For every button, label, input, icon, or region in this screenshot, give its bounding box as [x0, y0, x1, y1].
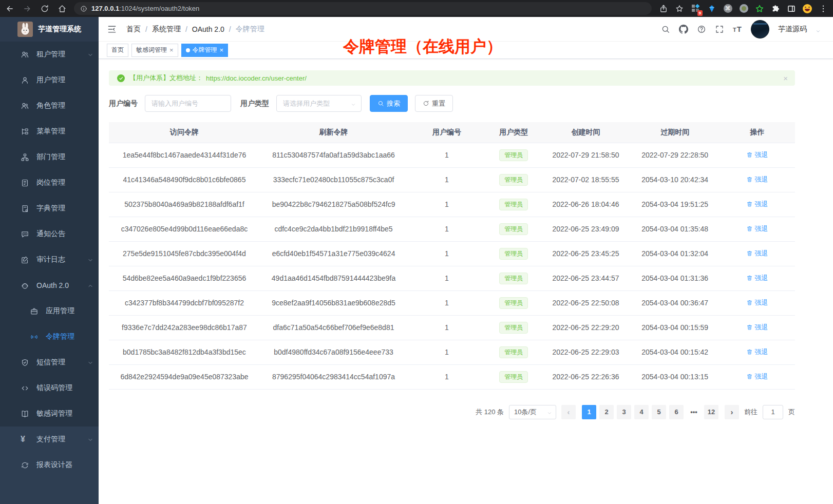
sidebar-item-label: 令牌管理 — [46, 332, 74, 341]
sidebar-item-10[interactable]: 应用管理 — [0, 298, 99, 324]
table-row: 275e5de9151045fe87cbdc395e004f4de6cfd40e… — [109, 241, 795, 266]
menu-dots-icon[interactable] — [819, 4, 828, 13]
emoji-icon[interactable] — [803, 4, 812, 13]
star-icon[interactable] — [675, 4, 684, 13]
created-time-cell: 2022-06-25 22:26:36 — [541, 364, 631, 389]
chevron-down-icon — [87, 359, 93, 365]
sidebar-item-16[interactable]: 报表设计器 — [0, 452, 99, 478]
force-logout-button[interactable]: 强退 — [746, 347, 768, 357]
sidebar-item-15[interactable]: ¥支付管理 — [0, 427, 99, 452]
page-size-select[interactable]: 10条/页 — [509, 405, 556, 419]
tab-2[interactable]: 令牌管理× — [181, 44, 229, 57]
user-id-input[interactable] — [145, 95, 231, 112]
user-type-cell: 管理员 — [486, 290, 541, 315]
created-time-cell: 2022-06-25 22:29:20 — [541, 315, 631, 340]
forward-icon[interactable] — [23, 4, 32, 13]
sidebar-item-label: 字典管理 — [36, 204, 65, 213]
force-logout-button[interactable]: 强退 — [746, 224, 768, 234]
record-icon[interactable] — [739, 4, 748, 13]
page-button-5[interactable]: 5 — [652, 405, 666, 419]
command-icon[interactable]: ⌘ — [723, 4, 732, 13]
force-logout-button[interactable]: 强退 — [746, 323, 768, 332]
home-icon[interactable] — [58, 4, 67, 13]
sidebar-item-2[interactable]: 角色管理 — [0, 93, 99, 119]
search-button[interactable]: 搜索 — [370, 95, 408, 112]
puzzle-icon[interactable] — [771, 4, 780, 13]
alert-doc-link[interactable]: https://doc.iocoder.cn/user-center/ — [206, 74, 307, 82]
gem-icon[interactable] — [707, 4, 716, 13]
back-icon[interactable] — [5, 4, 14, 13]
refresh-token-cell: b0df4980ffd34c67a08f9156e4eee733 — [260, 340, 407, 364]
sidebar-item-5[interactable]: 岗位管理 — [0, 170, 99, 196]
tab-close-icon[interactable]: × — [169, 47, 174, 53]
star-green-icon[interactable] — [755, 4, 764, 13]
table-row: c342377bf8b344799dcbf7bf095287f29ce8ef2a… — [109, 290, 795, 315]
sidebar-item-14[interactable]: 敏感词管理 — [0, 401, 99, 427]
page-unit-label: 页 — [788, 408, 795, 417]
help-icon[interactable] — [697, 25, 706, 34]
sidebar-item-13[interactable]: 错误码管理 — [0, 375, 99, 401]
avatar[interactable] — [751, 20, 769, 38]
refresh-token-cell: e6cfd40eb1f54571a31e775e039c4624 — [260, 241, 407, 266]
extension-grid-icon[interactable]: 9 — [691, 4, 701, 13]
app-logo-row[interactable]: 芋道管理系统 — [0, 17, 99, 42]
page-button-12[interactable]: 12 — [704, 405, 718, 419]
page-button-4[interactable]: 4 — [634, 405, 649, 419]
force-logout-button[interactable]: 强退 — [746, 150, 768, 160]
user-type-cell: 管理员 — [486, 315, 541, 340]
github-icon[interactable] — [679, 25, 688, 34]
fullscreen-icon[interactable] — [715, 25, 724, 34]
breadcrumb-item-0[interactable]: 首页 — [126, 25, 141, 34]
share-icon[interactable] — [659, 4, 668, 13]
sidebar-item-7[interactable]: 通知公告 — [0, 221, 99, 247]
page-button-3[interactable]: 3 — [617, 405, 631, 419]
search-icon[interactable] — [661, 25, 670, 34]
font-size-icon[interactable]: TT — [733, 25, 742, 34]
alert-close-icon[interactable]: × — [783, 74, 788, 83]
sidebar-item-1[interactable]: 用户管理 — [0, 67, 99, 93]
user-name[interactable]: 芋道源码 — [778, 25, 807, 34]
page-ellipsis[interactable]: ••• — [687, 405, 701, 419]
prev-page-button[interactable]: ‹ — [561, 405, 576, 419]
tab-0[interactable]: 首页 — [107, 44, 128, 57]
sidebar-item-9[interactable]: OAuth 2.0 — [0, 273, 99, 298]
sidebar-item-11[interactable]: 令牌管理 — [0, 324, 99, 350]
reset-button[interactable]: 重置 — [415, 95, 453, 112]
site-info-icon[interactable] — [80, 5, 87, 12]
force-logout-button[interactable]: 强退 — [746, 372, 768, 381]
sidebar-item-8[interactable]: 审计日志 — [0, 247, 99, 273]
sidebar-item-4[interactable]: 部门管理 — [0, 144, 99, 170]
audit-log-icon — [21, 256, 29, 264]
sidebar-item-0[interactable]: 租户管理 — [0, 42, 99, 67]
tab-1[interactable]: 敏感词管理× — [131, 44, 178, 57]
sidebar-item-3[interactable]: 菜单管理 — [0, 119, 99, 144]
action-cell: 强退 — [720, 143, 795, 167]
address-bar[interactable]: 127.0.0.1:1024/system/oauth2/token — [74, 2, 652, 15]
force-logout-button[interactable]: 强退 — [746, 200, 768, 209]
sidebar-item-12[interactable]: 短信管理 — [0, 350, 99, 375]
action-cell: 强退 — [720, 192, 795, 217]
tab-close-icon[interactable]: × — [220, 47, 224, 53]
sidebar-item-6[interactable]: 字典管理 — [0, 196, 99, 221]
page-button-2[interactable]: 2 — [599, 405, 614, 419]
next-page-button[interactable]: › — [725, 405, 739, 419]
force-logout-button[interactable]: 强退 — [746, 249, 768, 258]
page-body: 【用户体系】文档地址： https://doc.iocoder.cn/user-… — [99, 59, 795, 419]
reload-icon[interactable] — [40, 4, 49, 13]
sidebar-collapse-icon[interactable] — [107, 24, 117, 34]
breadcrumb-item-1[interactable]: 系统管理 — [152, 25, 181, 34]
force-logout-button[interactable]: 强退 — [746, 274, 768, 283]
sidebar-toggle-icon[interactable] — [787, 4, 796, 13]
user-caret-down-icon[interactable] — [816, 27, 821, 32]
force-logout-button[interactable]: 强退 — [746, 298, 768, 307]
force-logout-button[interactable]: 强退 — [746, 175, 768, 184]
goto-page-input[interactable] — [763, 405, 783, 419]
sidebar-item-label: 岗位管理 — [36, 178, 65, 187]
user-type-select[interactable]: 请选择用户类型 — [276, 95, 362, 112]
access-token-cell: 502375b8040a469a9b82188afdf6af1f — [109, 192, 260, 217]
user-type-tag: 管理员 — [499, 223, 528, 235]
page-button-6[interactable]: 6 — [669, 405, 684, 419]
breadcrumb-item-2[interactable]: OAuth 2.0 — [192, 25, 224, 33]
action-cell: 强退 — [720, 364, 795, 389]
page-button-1[interactable]: 1 — [582, 405, 596, 419]
